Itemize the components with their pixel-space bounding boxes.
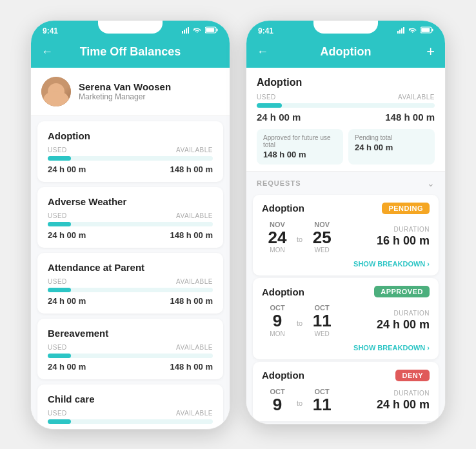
progress-bar-bg [48, 156, 213, 161]
used-label: USED [48, 146, 67, 154]
progress-bar-bg [48, 354, 213, 358]
balance-card-title: Bereavement [48, 328, 213, 339]
avatar [41, 77, 71, 106]
profile-info: Serena Van Woosen Marketing Manager [79, 81, 171, 101]
wifi-icon-right [409, 27, 418, 35]
left-phone-header: ← Time Off Balances [31, 39, 230, 68]
pending-total-label: Pending total [355, 134, 428, 141]
request-dates: NOV 24 MON to NOV 25 WED DURATION 16 h 0… [262, 221, 430, 254]
left-status-time: 9:41 [43, 26, 58, 35]
approved-future-label: Approved for future use total [263, 134, 337, 148]
available-value: 148 h 00 m [170, 428, 213, 429]
status-badge: DENY [395, 370, 430, 381]
right-phone-body: Adoption USED AVAILABLE 24 h 00 m 148 h … [246, 68, 445, 424]
detail-progress-bg [257, 103, 435, 108]
to-day: 11 [306, 312, 337, 330]
balance-card[interactable]: Adverse Weather USED AVAILABLE 24 h 00 m… [37, 187, 223, 248]
balance-values: 24 h 00 m 148 h 00 m [48, 165, 213, 174]
pending-total-value: 24 h 00 m [355, 143, 428, 152]
profile-role: Marketing Manager [79, 92, 171, 101]
detail-sub-row: Approved for future use total 148 h 00 m… [257, 129, 435, 165]
balance-card[interactable]: Child care USED AVAILABLE 24 h 00 m 148 … [37, 384, 223, 429]
balance-card-title: Child care [48, 394, 213, 404]
chevron-down-icon[interactable]: ⌄ [427, 178, 435, 188]
from-date-box: OCT 9 MON [262, 304, 293, 337]
battery-icon-right [421, 26, 433, 35]
balance-labels: USED AVAILABLE [48, 344, 213, 351]
duration-value: 16 h 00 m [377, 234, 430, 248]
svg-rect-6 [206, 28, 214, 32]
used-value: 24 h 00 m [48, 362, 86, 372]
from-month: NOV [262, 221, 293, 228]
available-label: AVAILABLE [398, 94, 435, 101]
requests-list: Adoption PENDING NOV 24 MON to NOV 25 WE… [246, 195, 445, 422]
balance-labels: USED AVAILABLE [48, 278, 213, 285]
svg-rect-10 [403, 27, 404, 34]
right-phone-header: ← Adoption + [246, 39, 445, 68]
balance-values: 24 h 00 m 148 h 00 m [48, 296, 213, 306]
request-card-header: Adoption PENDING [262, 203, 430, 214]
svg-rect-5 [217, 29, 218, 32]
used-label: USED [48, 344, 67, 351]
progress-bar-fill [48, 288, 71, 292]
available-value: 148 h 00 m [170, 165, 213, 174]
breakdown-row: SHOW BREAKDOWN › [262, 257, 430, 268]
right-back-button[interactable]: ← [257, 45, 268, 59]
used-value: 24 h 00 m [48, 296, 86, 306]
duration-label: DURATION [377, 226, 430, 233]
balance-card-title: Adoption [48, 130, 213, 141]
request-card[interactable]: Adoption PENDING NOV 24 MON to NOV 25 WE… [253, 195, 439, 276]
detail-values: 24 h 00 m 148 h 00 m [257, 112, 435, 123]
left-phone: 9:41 ← Time Off Balances [30, 20, 230, 430]
left-header-title: Time Off Balances [80, 45, 181, 59]
progress-bar-fill [48, 419, 71, 424]
balance-labels: USED AVAILABLE [48, 410, 213, 417]
wifi-icon [193, 27, 203, 35]
right-phone: 9:41 ← Adoption + [246, 20, 446, 425]
balance-values: 24 h 00 m 148 h 00 m [48, 362, 213, 372]
show-breakdown-link[interactable]: SHOW BREAKDOWN › [353, 260, 430, 268]
right-plus-button[interactable]: + [426, 43, 435, 60]
from-month: OCT [262, 388, 293, 395]
show-breakdown-link[interactable]: SHOW BREAKDOWN › [353, 344, 430, 352]
svg-rect-0 [182, 31, 183, 34]
right-status-bar: 9:41 ← Adoption + [246, 21, 445, 68]
progress-bar-bg [48, 419, 213, 424]
balance-card[interactable]: Attendance at Parent USED AVAILABLE 24 h… [37, 253, 223, 314]
svg-rect-9 [401, 28, 402, 34]
signal-icon [182, 27, 191, 35]
svg-rect-3 [188, 27, 189, 34]
request-card[interactable]: Adoption DENY OCT 9 to OCT 11 DURATION 2… [253, 362, 439, 422]
requests-section: REQUESTS ⌄ Adoption PENDING NOV 24 MON t… [246, 172, 445, 422]
svg-rect-8 [399, 30, 401, 34]
to-weekday: WED [306, 330, 337, 337]
request-dates: OCT 9 MON to OCT 11 WED DURATION 24 h 00… [262, 304, 430, 337]
used-value: 24 h 00 m [48, 230, 86, 240]
progress-bar-bg [48, 222, 213, 226]
available-label: AVAILABLE [176, 344, 213, 351]
request-title: Adoption [262, 203, 304, 214]
available-label: AVAILABLE [176, 278, 213, 285]
balance-card-title: Adverse Weather [48, 196, 213, 207]
to-month: OCT [306, 388, 337, 395]
to-month: NOV [306, 221, 337, 228]
balance-card[interactable]: Adoption USED AVAILABLE 24 h 00 m 148 h … [37, 121, 223, 182]
request-card[interactable]: Adoption APPROVED OCT 9 MON to OCT 11 WE… [253, 278, 439, 359]
to-day: 25 [306, 228, 337, 247]
duration-box: DURATION 24 h 00 m [377, 390, 430, 412]
to-date-box: NOV 25 WED [306, 221, 337, 254]
balance-card[interactable]: Bereavement USED AVAILABLE 24 h 00 m 148… [37, 319, 223, 379]
used-label: USED [257, 94, 276, 101]
used-value: 24 h 00 m [48, 165, 86, 174]
battery-icon [205, 26, 218, 35]
left-back-button[interactable]: ← [41, 45, 53, 59]
duration-value: 24 h 00 m [377, 318, 430, 332]
requests-header: REQUESTS ⌄ [246, 172, 445, 192]
svg-rect-13 [421, 28, 430, 32]
pending-total-box: Pending total 24 h 00 m [348, 129, 435, 165]
available-label: AVAILABLE [176, 212, 213, 219]
used-label: USED [48, 212, 67, 219]
progress-bar-bg [48, 288, 213, 292]
from-weekday: MON [262, 330, 293, 337]
status-badge: APPROVED [374, 286, 430, 297]
